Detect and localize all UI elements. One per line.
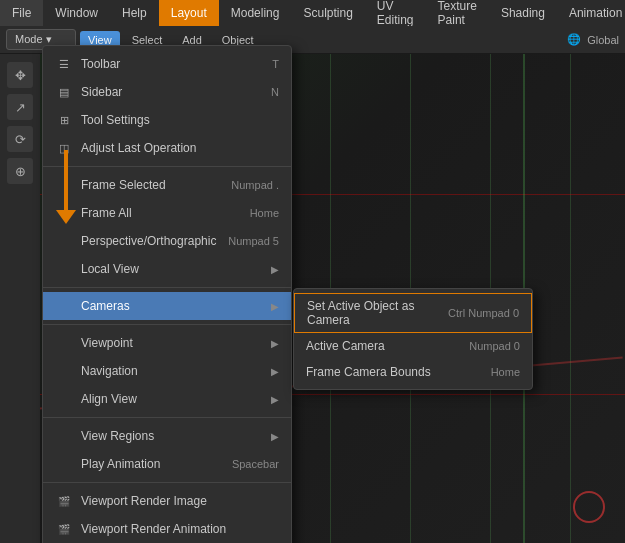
frame-selected-label: Frame Selected [81, 178, 221, 192]
frame-camera-bounds-label: Frame Camera Bounds [306, 365, 491, 379]
menu-item-adjust-last[interactable]: ◫ Adjust Last Operation [43, 134, 291, 162]
menu-sculpting[interactable]: Sculpting [291, 0, 364, 26]
viewpoint-arrow: ▶ [271, 338, 279, 349]
menu-item-viewpoint[interactable]: Viewpoint ▶ [43, 329, 291, 357]
align-view-icon [55, 390, 73, 408]
arrow-head [56, 210, 76, 224]
toolbar-right: 🌐 Global [567, 33, 619, 46]
active-camera-shortcut: Numpad 0 [469, 340, 520, 352]
perspective-icon [55, 232, 73, 250]
separator-5 [43, 482, 291, 483]
play-animation-label: Play Animation [81, 457, 222, 471]
menu-item-cameras[interactable]: Cameras ▶ Set Active Object as Camera Ct… [43, 292, 291, 320]
local-view-label: Local View [81, 262, 267, 276]
menu-item-frame-selected[interactable]: Frame Selected Numpad . [43, 171, 291, 199]
menu-item-perspective[interactable]: Perspective/Orthographic Numpad 5 [43, 227, 291, 255]
perspective-label: Perspective/Orthographic [81, 234, 218, 248]
menu-item-local-view[interactable]: Local View ▶ [43, 255, 291, 283]
tool-settings-icon: ⊞ [55, 111, 73, 129]
gizmo-circle [573, 491, 605, 523]
left-tool-2[interactable]: ↗ [7, 94, 33, 120]
menu-item-view-regions[interactable]: View Regions ▶ [43, 422, 291, 450]
frame-all-label: Frame All [81, 206, 240, 220]
viewport-render-image-icon: 🎬 [55, 492, 73, 510]
submenu-active-camera[interactable]: Active Camera Numpad 0 [294, 333, 532, 359]
frame-all-shortcut: Home [250, 207, 279, 219]
menu-animation[interactable]: Animation [557, 0, 625, 26]
menu-item-viewport-render-animation[interactable]: 🎬 Viewport Render Animation [43, 515, 291, 543]
global-label: Global [587, 34, 619, 46]
view-regions-label: View Regions [81, 429, 267, 443]
viewport-render-animation-icon: 🎬 [55, 520, 73, 538]
sidebar-label: Sidebar [81, 85, 261, 99]
separator-1 [43, 166, 291, 167]
cameras-label: Cameras [81, 299, 267, 313]
left-tool-3[interactable]: ⟳ [7, 126, 33, 152]
align-view-label: Align View [81, 392, 267, 406]
frame-camera-bounds-shortcut: Home [491, 366, 520, 378]
view-regions-arrow: ▶ [271, 431, 279, 442]
perspective-shortcut: Numpad 5 [228, 235, 279, 247]
set-active-label: Set Active Object as Camera [307, 299, 448, 327]
toolbar-label: Toolbar [81, 57, 262, 71]
viewport-render-image-label: Viewport Render Image [81, 494, 279, 508]
menu-item-play-animation[interactable]: Play Animation Spacebar [43, 450, 291, 478]
set-active-shortcut: Ctrl Numpad 0 [448, 307, 519, 319]
menu-file[interactable]: File [0, 0, 43, 26]
menu-item-align-view[interactable]: Align View ▶ [43, 385, 291, 413]
sidebar-icon: ▤ [55, 83, 73, 101]
toolbar-shortcut: T [272, 58, 279, 70]
play-animation-shortcut: Spacebar [232, 458, 279, 470]
menu-shading[interactable]: Shading [489, 0, 557, 26]
local-view-icon [55, 260, 73, 278]
separator-4 [43, 417, 291, 418]
tool-settings-label: Tool Settings [81, 113, 279, 127]
menu-item-toolbar[interactable]: ☰ Toolbar T [43, 50, 291, 78]
left-panel: ✥ ↗ ⟳ ⊕ [0, 54, 40, 543]
play-animation-icon [55, 455, 73, 473]
menu-item-tool-settings[interactable]: ⊞ Tool Settings [43, 106, 291, 134]
viewpoint-label: Viewpoint [81, 336, 267, 350]
navigation-icon [55, 362, 73, 380]
arrow-down-indicator [56, 150, 76, 224]
adjust-last-label: Adjust Last Operation [81, 141, 279, 155]
submenu-frame-camera-bounds[interactable]: Frame Camera Bounds Home [294, 359, 532, 385]
menu-item-frame-all[interactable]: Frame All Home [43, 199, 291, 227]
viewport-render-animation-label: Viewport Render Animation [81, 522, 279, 536]
menu-texture-paint[interactable]: Texture Paint [426, 0, 489, 26]
top-menu-bar: File Window Help Layout Modeling Sculpti… [0, 0, 625, 26]
left-tool-1[interactable]: ✥ [7, 62, 33, 88]
menu-item-sidebar[interactable]: ▤ Sidebar N [43, 78, 291, 106]
separator-2 [43, 287, 291, 288]
arrow-shaft [64, 150, 68, 210]
menu-modeling[interactable]: Modeling [219, 0, 292, 26]
frame-selected-shortcut: Numpad . [231, 179, 279, 191]
active-camera-label: Active Camera [306, 339, 469, 353]
menu-uv-editing[interactable]: UV Editing [365, 0, 426, 26]
cameras-submenu: Set Active Object as Camera Ctrl Numpad … [293, 288, 533, 390]
align-view-arrow: ▶ [271, 394, 279, 405]
menu-help[interactable]: Help [110, 0, 159, 26]
navigation-label: Navigation [81, 364, 267, 378]
menu-window[interactable]: Window [43, 0, 110, 26]
local-view-arrow: ▶ [271, 264, 279, 275]
toolbar-icon: ☰ [55, 55, 73, 73]
menu-layout[interactable]: Layout [159, 0, 219, 26]
global-icon: 🌐 [567, 33, 581, 46]
menu-item-viewport-render-image[interactable]: 🎬 Viewport Render Image [43, 487, 291, 515]
separator-3 [43, 324, 291, 325]
cameras-icon [55, 297, 73, 315]
left-tool-4[interactable]: ⊕ [7, 158, 33, 184]
view-dropdown-menu: ☰ Toolbar T ▤ Sidebar N ⊞ Tool Settings … [42, 45, 292, 543]
submenu-set-active-camera[interactable]: Set Active Object as Camera Ctrl Numpad … [294, 293, 532, 333]
cameras-arrow: ▶ [271, 301, 279, 312]
navigation-arrow: ▶ [271, 366, 279, 377]
menu-item-navigation[interactable]: Navigation ▶ [43, 357, 291, 385]
sidebar-shortcut: N [271, 86, 279, 98]
view-regions-icon [55, 427, 73, 445]
viewpoint-icon [55, 334, 73, 352]
